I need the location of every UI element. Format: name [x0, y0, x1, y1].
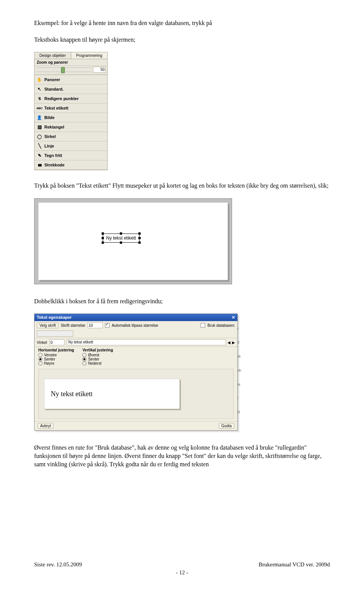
tool-item-linje[interactable]: Linje — [35, 141, 107, 151]
cursor-icon — [37, 86, 42, 92]
tool-item-rektangel[interactable]: Rektangel — [35, 122, 107, 132]
hjust-option[interactable]: Høyre — [38, 361, 74, 365]
resize-handle-icon[interactable] — [102, 237, 104, 239]
zoom-slider-thumb[interactable] — [61, 67, 65, 73]
use-database-checkbox[interactable] — [201, 323, 205, 328]
autosize-label: Automatisk tilpass størrelse — [112, 323, 158, 328]
barcode-icon — [37, 162, 42, 168]
tool-item-standard-[interactable]: Standard. — [35, 85, 107, 94]
angle-label: Vinkel — [37, 340, 47, 345]
circle-icon — [37, 134, 42, 139]
resize-handle-icon[interactable] — [120, 232, 122, 235]
resize-handle-icon[interactable] — [138, 241, 141, 244]
design-canvas-surface[interactable]: Ny tekst etikett — [38, 202, 228, 280]
radio-label: Venstre — [44, 353, 57, 357]
text-object[interactable]: Ny tekst etikett — [103, 234, 140, 243]
text-object-label: Ny tekst etikett — [106, 235, 136, 241]
resize-handle-icon[interactable] — [120, 241, 122, 244]
preview-text: Ny tekst etikett — [51, 390, 93, 398]
paragraph-3: Trykk på boksen "Tekst etikett" Flytt mu… — [34, 182, 330, 190]
toolbar-subheader: Zoom og panorer — [35, 59, 107, 66]
resize-handle-icon[interactable] — [102, 232, 104, 235]
tool-item-panorer[interactable]: Panorer — [35, 75, 107, 85]
horizontal-justify-group: Horisontal justering VenstreSenterHøyre — [38, 348, 74, 365]
vjust-option[interactable]: Øverst — [82, 353, 113, 357]
radio-icon[interactable] — [38, 361, 42, 365]
vjust-option[interactable]: Senter — [82, 357, 113, 361]
preview-text-box: Ny tekst etikett — [44, 379, 180, 409]
radio-label: Øverst — [88, 353, 99, 357]
line-icon — [37, 143, 42, 149]
vjust-header: Vertikal justering — [82, 348, 113, 352]
radio-icon[interactable] — [38, 353, 42, 357]
autosize-checkbox[interactable] — [105, 323, 110, 328]
hjust-header: Horisontal justering — [38, 348, 74, 352]
image-icon — [37, 115, 42, 120]
tool-item-redigere-punkter[interactable]: Redigere punkter — [35, 94, 107, 103]
tool-item-tegn-fritt[interactable]: Tegn fritt — [35, 151, 107, 160]
cancel-button[interactable]: Avbryt — [38, 423, 53, 429]
tool-item-strekkode[interactable]: Strekkode — [35, 160, 107, 170]
tool-item-label: Strekkode — [44, 163, 64, 167]
free-icon — [37, 153, 42, 158]
angle-spinner[interactable]: 0 — [49, 339, 64, 345]
tab-programming[interactable]: Programmering — [71, 52, 108, 59]
set-font-button[interactable]: Velg skrift — [37, 323, 58, 328]
tool-item-label: Tekst etikett — [44, 106, 68, 110]
tool-item-label: Redigere punkter — [44, 96, 78, 101]
radio-label: Senter — [44, 357, 55, 361]
text-icon — [37, 105, 42, 111]
vjust-option[interactable]: Nederst — [82, 361, 113, 365]
toolbar-panel: Design objekter Programmering Zoom og pa… — [34, 52, 108, 170]
resize-handle-icon[interactable] — [138, 237, 141, 239]
page: Eksempel: for å velge å hente inn navn f… — [0, 0, 364, 591]
tool-item-label: Standard. — [44, 87, 64, 91]
resize-handle-icon[interactable] — [102, 241, 104, 244]
chevron-right-icon[interactable]: ▶ — [232, 340, 235, 345]
close-icon[interactable]: ✕ — [232, 315, 235, 320]
accept-button[interactable]: Godta — [219, 423, 234, 429]
use-database-label: Bruk databasen: — [207, 323, 235, 328]
chevron-left-icon[interactable]: ◀ — [228, 340, 231, 345]
rect-icon — [37, 124, 42, 130]
radio-icon[interactable] — [82, 361, 86, 365]
zoom-value[interactable]: 50 — [93, 67, 106, 73]
zoom-slider[interactable] — [36, 67, 91, 72]
footer-right: Brukermanual VCD ver. 2009d — [259, 561, 330, 568]
paragraph-5: Øverst finnes en rute for "Bruk database… — [34, 444, 330, 468]
resize-handle-icon[interactable] — [138, 232, 141, 235]
points-icon — [37, 96, 42, 101]
paragraph-2: Tekstboks knappen til høyre på skjermen; — [34, 36, 330, 44]
tool-item-sirkel[interactable]: Sirkel — [35, 132, 107, 141]
tool-item-label: Sirkel — [44, 134, 56, 139]
font-size-spinner[interactable]: 10 — [88, 322, 103, 328]
dialog-title: Tekst egenskaper — [37, 315, 72, 320]
radio-label: Nederst — [88, 361, 101, 365]
design-canvas: Ny tekst etikett — [34, 198, 232, 284]
text-properties-dialog: Tekst egenskaper ✕ Velg skrift Skrift st… — [34, 314, 238, 431]
tool-item-label: Bilde — [44, 115, 55, 120]
hand-icon — [37, 77, 42, 82]
page-number: - 12 - — [34, 569, 330, 576]
vertical-justify-group: Vertikal justering ØverstSenterNederst — [82, 348, 113, 365]
tool-item-bilde[interactable]: Bilde — [35, 113, 107, 122]
paragraph-1: Eksempel: for å velge å hente inn navn f… — [34, 19, 330, 27]
text-value-field[interactable]: Ny tekst etikett — [67, 339, 226, 345]
font-size-label: Skrift størrelse — [61, 323, 85, 328]
hjust-option[interactable]: Venstre — [38, 353, 74, 357]
page-footer: Siste rev. 12.05.2009 Brukermanual VCD v… — [0, 561, 364, 576]
preview-area: Ny tekst etikett — [38, 369, 234, 419]
tool-item-label: Tegn fritt — [44, 153, 62, 158]
database-column-dropdown[interactable] — [37, 331, 73, 337]
tab-design-objects[interactable]: Design objekter — [35, 52, 71, 59]
radio-label: Senter — [88, 357, 99, 361]
footer-left: Siste rev. 12.05.2009 — [34, 561, 82, 568]
radio-icon[interactable] — [38, 357, 42, 361]
radio-label: Høyre — [44, 361, 54, 365]
radio-icon[interactable] — [82, 353, 86, 357]
side-scroll-trim: rdskobtalkl — [237, 321, 241, 419]
hjust-option[interactable]: Senter — [38, 357, 74, 361]
tool-item-tekst-etikett[interactable]: Tekst etikett — [35, 103, 107, 113]
paragraph-4: Dobbelklikk i boksen for å få frem redig… — [34, 297, 330, 306]
radio-icon[interactable] — [82, 357, 86, 361]
